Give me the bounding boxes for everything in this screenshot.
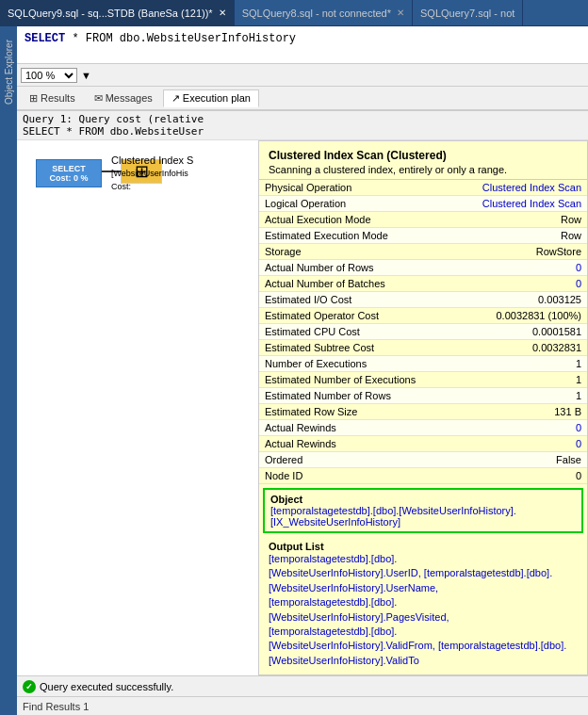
table-row: Number of Executions 1: [259, 356, 587, 372]
prop-value: 0: [449, 468, 587, 484]
messages-label: Messages: [106, 92, 153, 104]
prop-label: Estimated Number of Rows: [259, 388, 449, 404]
select-node-label: SELECT: [44, 164, 93, 173]
find-bar: Find Results 1: [17, 696, 588, 715]
table-row: Estimated Row Size 131 B: [259, 404, 587, 420]
tooltip-table: Physical Operation Clustered Index Scan …: [259, 180, 587, 484]
prop-value: 0.003125: [449, 292, 587, 308]
sql-keyword: SELECT: [24, 32, 65, 45]
tab-label: SQLQuery7.sql - not: [420, 8, 514, 19]
prop-label: Estimated I/O Cost: [259, 292, 449, 308]
sql-editor[interactable]: SELECT * FROM dbo.WebsiteUserInfoHistory: [17, 26, 588, 64]
main-content: SELECT * FROM dbo.WebsiteUserInfoHistory…: [17, 26, 588, 715]
clustered-node-sublabel: [WebsiteUserInfoHis: [111, 169, 188, 178]
plan-label: Execution plan: [183, 92, 251, 104]
results-icon: ⊞: [29, 92, 38, 105]
messages-icon: ✉: [94, 92, 103, 105]
prop-label: Estimated Operator Cost: [259, 308, 449, 324]
tab-execution-plan[interactable]: ↗ Execution plan: [163, 89, 259, 107]
prop-label: Estimated CPU Cost: [259, 324, 449, 340]
prop-label: Ordered: [259, 452, 449, 468]
zoom-icon: ▼: [81, 70, 91, 81]
prop-value: 0.0001581: [449, 324, 587, 340]
tab-sqlquery9[interactable]: SQLQuery9.sql - sq...STDB (BaneSa (121))…: [0, 0, 235, 25]
table-row: Physical Operation Clustered Index Scan: [259, 180, 587, 196]
table-row: Storage RowStore: [259, 244, 587, 260]
status-bar: ✓ Query executed successfully.: [17, 675, 588, 696]
tab-sqlquery7[interactable]: SQLQuery7.sql - not: [413, 0, 523, 25]
prop-value: 1: [449, 372, 587, 388]
prop-value: 0: [449, 276, 587, 292]
sidebar: Object Explorer: [0, 26, 17, 715]
table-row: Actual Number of Batches 0: [259, 276, 587, 292]
table-row: Actual Number of Rows 0: [259, 260, 587, 276]
zoom-bar: 100 % 75 % 50 % 150 % ▼: [17, 64, 588, 87]
table-row: Ordered False: [259, 452, 587, 468]
tooltip-subtitle: Scanning a clustered index, entirely or …: [269, 164, 578, 175]
select-node[interactable]: SELECT Cost: 0 %: [36, 159, 102, 187]
prop-label: Storage: [259, 244, 449, 260]
tab-messages[interactable]: ✉ Messages: [86, 89, 161, 107]
prop-label: Estimated Subtree Cost: [259, 340, 449, 356]
prop-value: 0: [449, 436, 587, 452]
tooltip-panel: Clustered Index Scan (Clustered) Scannin…: [258, 140, 588, 675]
prop-label: Actual Number of Batches: [259, 276, 449, 292]
object-value: [temporalstagetestdb].[dbo].[WebsiteUser…: [270, 505, 576, 528]
prop-label: Actual Rewinds: [259, 436, 449, 452]
table-row: Estimated Execution Mode Row: [259, 228, 587, 244]
prop-label: Node ID: [259, 468, 449, 484]
tab-bar: SQLQuery9.sql - sq...STDB (BaneSa (121))…: [0, 0, 588, 26]
close-icon[interactable]: ✕: [219, 8, 226, 18]
select-node-cost: Cost: 0 %: [44, 173, 93, 183]
table-row: Estimated Number of Executions 1: [259, 372, 587, 388]
result-tabs: ⊞ Results ✉ Messages ↗ Execution plan: [17, 87, 588, 111]
prop-value: RowStore: [449, 244, 587, 260]
prop-value: Clustered Index Scan: [449, 196, 587, 212]
tooltip-title: Clustered Index Scan (Clustered): [269, 149, 578, 162]
table-row: Actual Rewinds 0: [259, 420, 587, 436]
table-row: Estimated Subtree Cost 0.0032831: [259, 340, 587, 356]
query-cost-bar: Query 1: Query cost (relative SELECT * F…: [17, 111, 588, 140]
prop-value: 131 B: [449, 404, 587, 420]
tab-sqlquery8[interactable]: SQLQuery8.sql - not connected* ✕: [235, 0, 413, 25]
success-icon: ✓: [23, 680, 36, 693]
zoom-select[interactable]: 100 % 75 % 50 % 150 %: [21, 68, 77, 83]
prop-value: Clustered Index Scan: [449, 180, 587, 196]
object-label: Object: [270, 494, 576, 505]
prop-value: 1: [449, 388, 587, 404]
object-section: Object [temporalstagetestdb].[dbo].[Webs…: [263, 488, 583, 533]
prop-value: 0: [449, 260, 587, 276]
find-label: Find Results 1: [23, 701, 89, 712]
tab-label: SQLQuery9.sql - sq...STDB (BaneSa (121))…: [8, 8, 213, 19]
table-row: Node ID 0: [259, 468, 587, 484]
sidebar-label: Object Explorer: [4, 40, 14, 105]
query-cost-line1: Query 1: Query cost (relative: [23, 113, 582, 125]
exec-plan-area: SELECT Cost: 0 % ⊞ Clustered Index S [We…: [17, 140, 588, 675]
prop-label: Estimated Execution Mode: [259, 228, 449, 244]
prop-label: Logical Operation: [259, 196, 449, 212]
table-row: Estimated Number of Rows 1: [259, 388, 587, 404]
table-row: Actual Rewinds 0: [259, 436, 587, 452]
tooltip-header: Clustered Index Scan (Clustered) Scannin…: [259, 141, 587, 180]
prop-value: False: [449, 452, 587, 468]
prop-label: Estimated Number of Executions: [259, 372, 449, 388]
results-label: Results: [41, 92, 75, 104]
prop-value: Row: [449, 212, 587, 228]
status-success: ✓ Query executed successfully.: [23, 680, 173, 693]
table-row: Actual Execution Mode Row: [259, 212, 587, 228]
output-section: Output List [temporalstagetestdb].[dbo].…: [259, 537, 587, 672]
output-label: Output List: [269, 541, 578, 552]
prop-value: Row: [449, 228, 587, 244]
clustered-node-label: Clustered Index S: [111, 154, 193, 166]
close-icon[interactable]: ✕: [397, 8, 404, 18]
table-row: Estimated I/O Cost 0.003125: [259, 292, 587, 308]
prop-label: Estimated Row Size: [259, 404, 449, 420]
prop-value: 0.0032831: [449, 340, 587, 356]
tab-results[interactable]: ⊞ Results: [21, 89, 84, 107]
prop-label: Number of Executions: [259, 356, 449, 372]
prop-label: Physical Operation: [259, 180, 449, 196]
prop-value: 1: [449, 356, 587, 372]
prop-value: 0.0032831 (100%): [449, 308, 587, 324]
table-row: Estimated Operator Cost 0.0032831 (100%): [259, 308, 587, 324]
prop-label: Actual Execution Mode: [259, 212, 449, 228]
